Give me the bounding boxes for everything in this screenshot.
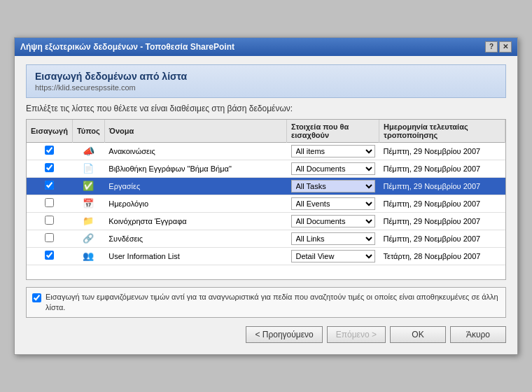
- close-button[interactable]: ✕: [499, 41, 512, 52]
- table-row: 📣ΑνακοινώσειςAll itemsΠέμπτη, 29 Νοεμβρί…: [27, 142, 505, 160]
- col-header-import: Εισαγωγή: [27, 120, 72, 143]
- import-values-checkbox[interactable]: [32, 293, 41, 302]
- shared-icon: 📁: [83, 216, 94, 226]
- col-header-date: Ημερομηνία τελευταίας τροποποίησης: [379, 120, 505, 143]
- bottom-option-area: Εισαγωγή των εμφανιζόμενων τιμών αντί γι…: [26, 287, 506, 318]
- doc-icon: 📄: [83, 163, 94, 174]
- row-date: Πέμπτη, 29 Νοεμβρίου 2007: [379, 160, 505, 177]
- cancel-button[interactable]: Άκυρο: [450, 326, 506, 343]
- ok-button[interactable]: OK: [390, 326, 446, 343]
- row-date: Πέμπτη, 29 Νοεμβρίου 2007: [379, 142, 505, 160]
- help-button[interactable]: ?: [485, 41, 498, 52]
- table-row: 📁Κοινόχρηστα ΈγγραφαAll DocumentsΠέμπτη,…: [27, 212, 505, 230]
- users-icon: 👥: [83, 251, 94, 261]
- row-date: Πέμπτη, 29 Νοεμβρίου 2007: [379, 212, 505, 230]
- section-title: Εισαγωγή δεδομένων από λίστα: [35, 71, 497, 82]
- row-date: Πέμπτη, 29 Νοεμβρίου 2007: [379, 230, 505, 247]
- row-checkbox-2[interactable]: [45, 181, 54, 190]
- main-window: Λήψη εξωτερικών δεδομένων - Τοποθεσία Sh…: [14, 37, 518, 356]
- instruction-text: Επιλέξτε τις λίστες που θέλετε να είναι …: [26, 104, 506, 113]
- back-button[interactable]: < Προηγούμενο: [246, 326, 322, 343]
- view-dropdown-5[interactable]: All Links: [291, 232, 375, 245]
- list-table: Εισαγωγή Τύπος Όνομα Στοιχεία που θα εισ…: [27, 120, 505, 265]
- row-name: Ανακοινώσεις: [104, 142, 286, 160]
- view-dropdown-6[interactable]: Detail View: [291, 250, 375, 262]
- row-name: User Information List: [104, 247, 286, 265]
- title-bar-buttons: ? ✕: [485, 41, 512, 52]
- view-dropdown-0[interactable]: All items: [291, 145, 375, 158]
- row-checkbox-0[interactable]: [45, 146, 54, 155]
- section-header: Εισαγωγή δεδομένων από λίστα https://kli…: [26, 64, 506, 98]
- row-checkbox-1[interactable]: [45, 163, 54, 172]
- col-header-view: Στοιχεία που θα εισαχθούν: [287, 120, 379, 143]
- task-icon: ✅: [83, 181, 94, 191]
- table-header-row: Εισαγωγή Τύπος Όνομα Στοιχεία που θα εισ…: [27, 120, 505, 143]
- section-url: https://klid.securespssite.com: [35, 83, 497, 92]
- view-dropdown-1[interactable]: All Documents: [291, 162, 375, 175]
- table-row: 👥User Information ListDetail ViewΤετάρτη…: [27, 247, 505, 265]
- table-body: 📣ΑνακοινώσειςAll itemsΠέμπτη, 29 Νοεμβρί…: [27, 142, 505, 265]
- row-date: Τετάρτη, 28 Νοεμβρίου 2007: [379, 247, 505, 265]
- announce-icon: 📣: [83, 146, 94, 157]
- row-date: Πέμπτη, 29 Νοεμβρίου 2007: [379, 195, 505, 212]
- next-button[interactable]: Επόμενο >: [327, 326, 386, 343]
- row-name: Κοινόχρηστα Έγγραφα: [104, 212, 286, 230]
- title-bar: Λήψη εξωτερικών δεδομένων - Τοποθεσία Sh…: [15, 38, 517, 56]
- calendar-icon: 📅: [83, 198, 94, 209]
- row-checkbox-3[interactable]: [45, 198, 54, 207]
- row-name: Ημερολόγιο: [104, 195, 286, 212]
- row-checkbox-6[interactable]: [45, 251, 54, 260]
- view-dropdown-2[interactable]: All Tasks: [291, 180, 375, 192]
- button-row: < Προηγούμενο Επόμενο > OK Άκυρο: [26, 326, 506, 346]
- view-dropdown-3[interactable]: All Events: [291, 197, 375, 210]
- row-name: Βιβλιοθήκη Εγγράφων "Βήμα Βήμα": [104, 160, 286, 177]
- table-row: ✅ΕργασίεςAll TasksΠέμπτη, 29 Νοεμβρίου 2…: [27, 177, 505, 195]
- row-date: Πέμπτη, 29 Νοεμβρίου 2007: [379, 177, 505, 195]
- table-row: 🔗ΣυνδέσειςAll LinksΠέμπτη, 29 Νοεμβρίου …: [27, 230, 505, 247]
- row-checkbox-4[interactable]: [45, 216, 54, 225]
- table-row: 📄Βιβλιοθήκη Εγγράφων "Βήμα Βήμα"All Docu…: [27, 160, 505, 177]
- import-values-label: Εισαγωγή των εμφανιζόμενων τιμών αντί γι…: [46, 292, 500, 314]
- link-icon: 🔗: [83, 233, 94, 244]
- row-name: Συνδέσεις: [104, 230, 286, 247]
- col-header-name: Όνομα: [104, 120, 286, 143]
- window-title: Λήψη εξωτερικών δεδομένων - Τοποθεσία Sh…: [20, 42, 234, 52]
- dialog-content: Εισαγωγή δεδομένων από λίστα https://kli…: [15, 56, 517, 355]
- col-header-type: Τύπος: [72, 120, 104, 143]
- row-checkbox-5[interactable]: [45, 233, 54, 242]
- row-name: Εργασίες: [104, 177, 286, 195]
- table-row: 📅ΗμερολόγιοAll EventsΠέμπτη, 29 Νοεμβρίο…: [27, 195, 505, 212]
- list-table-container: Εισαγωγή Τύπος Όνομα Στοιχεία που θα εισ…: [26, 119, 506, 280]
- view-dropdown-4[interactable]: All Documents: [291, 215, 375, 227]
